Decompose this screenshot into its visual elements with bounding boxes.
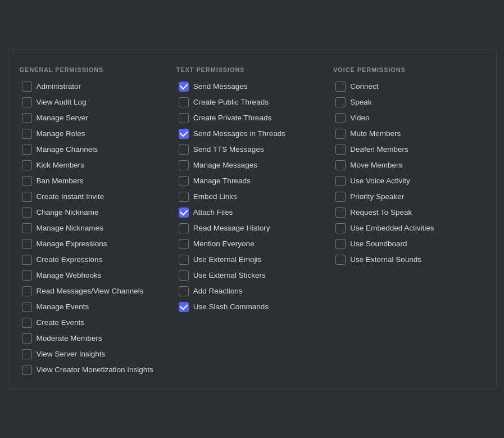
checkbox-text-6[interactable] (179, 176, 189, 186)
permission-label: Connect (350, 82, 378, 92)
checkbox-voice-4[interactable] (335, 145, 346, 155)
checkbox-general-17[interactable] (22, 349, 32, 359)
checkbox-general-2[interactable] (22, 113, 32, 123)
permission-label: Add Reactions (193, 286, 243, 296)
checkbox-general-5[interactable] (22, 160, 32, 170)
checkbox-text-1[interactable] (179, 97, 189, 107)
permission-label: Embed Links (193, 192, 237, 202)
checkbox-voice-5[interactable] (335, 160, 346, 170)
checkbox-voice-0[interactable] (335, 82, 346, 92)
permission-item: Move Members (333, 157, 484, 173)
permission-item: Use Slash Commands (176, 299, 328, 315)
column-text: TEXT PERMISSIONSSend MessagesCreate Publ… (176, 66, 328, 315)
permission-label: Create Private Threads (193, 113, 271, 123)
permission-label: Request To Speak (350, 207, 412, 218)
checkbox-general-18[interactable] (22, 365, 32, 375)
checkbox-voice-8[interactable] (335, 207, 346, 218)
permission-label: Change Nickname (37, 207, 99, 218)
permission-item: Manage Server (20, 110, 171, 126)
permission-label: Manage Nicknames (37, 223, 103, 233)
permission-item: Moderate Members (20, 331, 171, 346)
checkbox-text-7[interactable] (179, 192, 189, 202)
permission-label: Manage Channels (37, 145, 98, 155)
permission-label: Use Embedded Activities (350, 223, 434, 233)
permission-label: Speak (350, 97, 371, 107)
permission-label: Create Public Threads (193, 97, 269, 107)
permission-item: Use External Stickers (176, 268, 328, 283)
permission-item: Mention Everyone (176, 236, 328, 252)
checkbox-text-10[interactable] (179, 239, 189, 249)
checkbox-general-8[interactable] (22, 207, 32, 218)
checkbox-general-13[interactable] (22, 286, 32, 296)
permission-item: Manage Nicknames (20, 220, 171, 236)
permission-item: Read Messages/View Channels (20, 283, 171, 299)
permission-item: Send Messages (176, 79, 328, 94)
col-title-general: GENERAL PERMISSIONS (20, 66, 171, 73)
permission-label: Send Messages in Threads (193, 129, 285, 139)
permission-item: View Audit Log (20, 94, 171, 110)
permission-label: Read Message History (193, 223, 270, 233)
checkbox-text-5[interactable] (179, 160, 189, 170)
permission-item: Priority Speaker (333, 189, 484, 205)
checkbox-voice-1[interactable] (335, 97, 346, 107)
permission-item: Manage Channels (20, 142, 171, 157)
permission-label: View Audit Log (37, 97, 87, 107)
permission-label: Manage Webhooks (37, 270, 102, 281)
checkbox-voice-2[interactable] (335, 113, 346, 123)
permission-label: Manage Roles (37, 129, 85, 139)
permission-item: Administrator (20, 79, 171, 94)
checkbox-general-0[interactable] (22, 82, 32, 92)
checkbox-general-15[interactable] (22, 318, 32, 328)
checkbox-general-7[interactable] (22, 192, 32, 202)
bot-permissions-panel: GENERAL PERMISSIONSAdministratorView Aud… (8, 49, 497, 390)
checkbox-text-9[interactable] (179, 223, 189, 233)
checkbox-general-10[interactable] (22, 239, 32, 249)
checkbox-text-14[interactable] (179, 302, 189, 312)
checkbox-general-16[interactable] (22, 333, 32, 344)
checkbox-voice-3[interactable] (335, 129, 346, 139)
permission-label: Create Expressions (37, 255, 103, 265)
permission-label: Use External Stickers (193, 270, 266, 281)
permission-label: Manage Expressions (37, 239, 107, 249)
checkbox-general-14[interactable] (22, 302, 32, 312)
permission-label: Move Members (350, 160, 402, 170)
permission-label: Use Soundboard (350, 239, 407, 249)
checkbox-general-12[interactable] (22, 270, 32, 281)
checkbox-text-3[interactable] (179, 129, 189, 139)
permission-label: Moderate Members (37, 333, 102, 344)
checkbox-voice-7[interactable] (335, 192, 346, 202)
permission-item: Use Soundboard (333, 236, 484, 252)
permission-item: Change Nickname (20, 205, 171, 220)
checkbox-general-3[interactable] (22, 129, 32, 139)
checkbox-text-0[interactable] (179, 82, 189, 92)
permission-label: Manage Threads (193, 176, 251, 186)
checkbox-general-9[interactable] (22, 223, 32, 233)
permission-item: Mute Members (333, 126, 484, 142)
permission-label: Administrator (37, 82, 81, 92)
checkbox-text-2[interactable] (179, 113, 189, 123)
checkbox-voice-10[interactable] (335, 239, 346, 249)
checkbox-voice-6[interactable] (335, 176, 346, 186)
permission-item: Use Voice Activity (333, 173, 484, 189)
checkbox-voice-11[interactable] (335, 255, 346, 265)
column-general: GENERAL PERMISSIONSAdministratorView Aud… (20, 66, 171, 378)
permission-item: Create Private Threads (176, 110, 328, 126)
permission-label: Read Messages/View Channels (37, 286, 144, 296)
checkbox-text-8[interactable] (179, 207, 189, 218)
col-title-text: TEXT PERMISSIONS (176, 66, 328, 73)
checkbox-text-4[interactable] (179, 145, 189, 155)
checkbox-text-12[interactable] (179, 270, 189, 281)
permission-item: Kick Members (20, 157, 171, 173)
checkbox-general-11[interactable] (22, 255, 32, 265)
permission-label: Create Events (37, 318, 85, 328)
checkbox-general-4[interactable] (22, 145, 32, 155)
permission-label: Use Voice Activity (350, 176, 410, 186)
permission-item: Deafen Members (333, 142, 484, 157)
checkbox-text-11[interactable] (179, 255, 189, 265)
permission-item: Attach Files (176, 205, 328, 220)
checkbox-text-13[interactable] (179, 286, 189, 296)
permission-label: Use External Emojis (193, 255, 262, 265)
checkbox-general-1[interactable] (22, 97, 32, 107)
checkbox-general-6[interactable] (22, 176, 32, 186)
checkbox-voice-9[interactable] (335, 223, 346, 233)
